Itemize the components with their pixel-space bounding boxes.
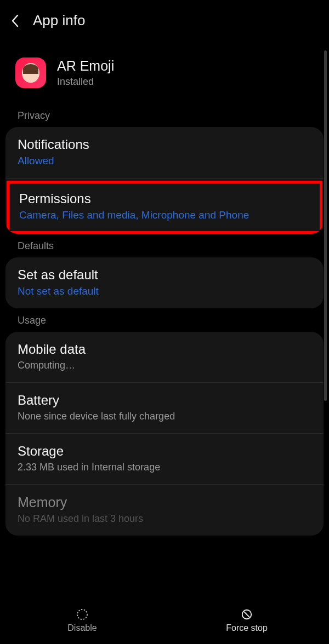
app-header: AR Emoji Installed [5, 41, 324, 104]
permissions-highlight: Permissions Camera, Files and media, Mic… [7, 181, 322, 234]
permissions-sub: Camera, Files and media, Microphone and … [19, 209, 310, 221]
memory-sub: No RAM used in last 3 hours [18, 513, 311, 525]
storage-item[interactable]: Storage 2.33 MB used in Internal storage [5, 434, 324, 484]
app-icon [15, 58, 46, 88]
storage-title: Storage [18, 444, 311, 459]
page-title: App info [33, 12, 85, 29]
mobile-data-title: Mobile data [18, 342, 311, 357]
mobile-data-sub: Computing… [18, 360, 311, 371]
force-stop-icon [240, 608, 253, 621]
section-label-usage: Usage [5, 308, 324, 332]
svg-point-0 [77, 610, 87, 619]
header: App info [0, 0, 329, 41]
permissions-item[interactable]: Permissions Camera, Files and media, Mic… [9, 183, 320, 231]
battery-title: Battery [18, 393, 311, 408]
notifications-sub: Allowed [18, 155, 311, 167]
set-default-sub: Not set as default [18, 285, 311, 297]
disable-label: Disable [67, 623, 97, 633]
memory-title: Memory [18, 495, 311, 510]
app-name: AR Emoji [57, 58, 114, 74]
disable-icon [76, 608, 89, 621]
memory-item[interactable]: Memory No RAM used in last 3 hours [5, 485, 324, 536]
storage-sub: 2.33 MB used in Internal storage [18, 462, 311, 473]
set-default-item[interactable]: Set as default Not set as default [5, 257, 324, 308]
battery-item[interactable]: Battery None since device last fully cha… [5, 383, 324, 433]
back-icon[interactable] [10, 13, 21, 28]
divider [5, 178, 324, 179]
content-fade [0, 574, 329, 594]
usage-card: Mobile data Computing… Battery None sinc… [5, 332, 324, 536]
set-default-title: Set as default [18, 267, 311, 283]
notifications-item[interactable]: Notifications Allowed [5, 127, 324, 178]
svg-line-2 [244, 612, 249, 617]
app-status: Installed [57, 76, 114, 88]
force-stop-label: Force stop [226, 623, 268, 633]
force-stop-button[interactable]: Force stop [164, 597, 329, 644]
privacy-card: Notifications Allowed Permissions Camera… [5, 127, 324, 234]
battery-sub: None since device last fully charged [18, 411, 311, 422]
section-label-privacy: Privacy [5, 104, 324, 127]
defaults-card: Set as default Not set as default [5, 257, 324, 308]
mobile-data-item[interactable]: Mobile data Computing… [5, 332, 324, 382]
disable-button[interactable]: Disable [0, 597, 164, 644]
permissions-title: Permissions [19, 191, 310, 206]
bottom-bar: Disable Force stop [0, 597, 329, 644]
section-label-defaults: Defaults [5, 234, 324, 257]
notifications-title: Notifications [18, 137, 311, 152]
